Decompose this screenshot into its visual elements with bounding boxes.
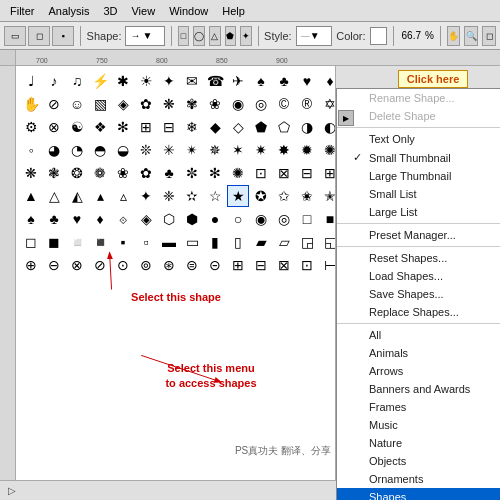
tb-btn3[interactable]: △ <box>209 26 220 46</box>
shape-cell[interactable]: ⚙ <box>20 116 42 138</box>
shape-cell[interactable]: ✿ <box>135 93 157 115</box>
shape-cell[interactable]: ⊠ <box>273 254 295 276</box>
shape-cell[interactable]: ◒ <box>112 139 134 161</box>
shape-cell[interactable]: ✾ <box>181 93 203 115</box>
shape-cell[interactable]: ✼ <box>181 162 203 184</box>
shape-cell[interactable]: ♠ <box>20 208 42 230</box>
shape-cell[interactable]: ◲ <box>296 231 318 253</box>
shape-cell[interactable]: ❀ <box>204 93 226 115</box>
shape-cell[interactable]: ◽ <box>66 231 88 253</box>
shape-cell[interactable]: ✭ <box>319 185 335 207</box>
shape-cell[interactable]: ✉ <box>181 70 203 92</box>
shape-cell[interactable]: ✪ <box>250 185 272 207</box>
shape-cell[interactable]: ⊘ <box>89 254 111 276</box>
shape-cell[interactable]: ○ <box>227 208 249 230</box>
shape-cell[interactable]: ✶ <box>227 139 249 161</box>
shape-cell[interactable]: ✱ <box>112 70 134 92</box>
shape-cell[interactable]: ✻ <box>204 162 226 184</box>
shape-cell[interactable]: ✫ <box>181 185 203 207</box>
menu-item[interactable]: Preset Manager... <box>337 226 500 244</box>
shape-cell[interactable]: ✻ <box>112 116 134 138</box>
shape-cell[interactable]: ◻ <box>20 231 42 253</box>
shape-cell[interactable]: ▮ <box>204 231 226 253</box>
shape-cell[interactable]: ⊢ <box>319 254 335 276</box>
menu-item[interactable]: ✓Small Thumbnail <box>337 148 500 167</box>
menu-item[interactable]: Replace Shapes... <box>337 303 500 321</box>
menu-item[interactable]: Reset Shapes... <box>337 249 500 267</box>
shape-cell[interactable]: ◇ <box>227 116 249 138</box>
shape-cell[interactable]: ⚡ <box>89 70 111 92</box>
menu-item[interactable]: Objects <box>337 452 500 470</box>
shape-cell[interactable]: ❀ <box>112 162 134 184</box>
shape-cell[interactable]: ✵ <box>204 139 226 161</box>
shape-cell[interactable]: ⬢ <box>181 208 203 230</box>
menu-help[interactable]: Help <box>216 3 251 19</box>
menu-item[interactable]: Arrows <box>337 362 500 380</box>
shape-cell[interactable]: ▪ <box>112 231 134 253</box>
menu-3d[interactable]: 3D <box>97 3 123 19</box>
shape-cell[interactable]: ▭ <box>181 231 203 253</box>
shape-cell[interactable]: ▯ <box>227 231 249 253</box>
shape-cell[interactable]: ☺ <box>66 93 88 115</box>
shape-cell[interactable]: ♣ <box>43 208 65 230</box>
shape-cell[interactable]: ⊝ <box>204 254 226 276</box>
shape-cell[interactable]: ♠ <box>250 70 272 92</box>
shape-cell[interactable]: ◓ <box>89 139 111 161</box>
menu-analysis[interactable]: Analysis <box>42 3 95 19</box>
shape-cell[interactable]: ❊ <box>135 139 157 161</box>
shape-cell[interactable]: ❁ <box>89 162 111 184</box>
shape-cell[interactable]: ◭ <box>66 185 88 207</box>
zoom-tool-btn[interactable]: 🔍 <box>464 26 478 46</box>
menu-item[interactable]: Shapes <box>337 488 500 500</box>
shape-cell[interactable]: ♦ <box>89 208 111 230</box>
tb-btn4[interactable]: ⬟ <box>225 26 236 46</box>
shape-cell[interactable]: ✦ <box>135 185 157 207</box>
menu-item[interactable]: Large Thumbnail <box>337 167 500 185</box>
shape-cell[interactable]: ⬠ <box>273 116 295 138</box>
shape-cell[interactable]: ◈ <box>135 208 157 230</box>
shape-cell[interactable]: ❂ <box>66 162 88 184</box>
shape-cell[interactable]: ◱ <box>319 231 335 253</box>
shape-cell[interactable]: ✷ <box>250 139 272 161</box>
pixel-mode-btn[interactable]: ▪ <box>52 26 74 46</box>
menu-item[interactable]: Load Shapes... <box>337 267 500 285</box>
shape-cell[interactable]: ◈ <box>112 93 134 115</box>
shape-cell[interactable]: ◉ <box>250 208 272 230</box>
shape-cell[interactable]: ⊞ <box>135 116 157 138</box>
shape-cell[interactable]: ✺ <box>227 162 249 184</box>
shape-cell[interactable]: ▵ <box>112 185 134 207</box>
shape-cell[interactable]: ◔ <box>66 139 88 161</box>
shape-cell[interactable]: ✈ <box>227 70 249 92</box>
shape-cell[interactable]: ☯ <box>66 116 88 138</box>
color-picker[interactable] <box>370 27 387 45</box>
shape-cell[interactable]: ❋ <box>20 162 42 184</box>
shape-cell[interactable]: ♣ <box>273 70 295 92</box>
shape-cell[interactable]: ▴ <box>89 185 111 207</box>
shape-cell[interactable]: ▬ <box>158 231 180 253</box>
menu-item[interactable]: Small List <box>337 185 500 203</box>
menu-item[interactable]: Animals <box>337 344 500 362</box>
menu-item[interactable]: Banners and Awards <box>337 380 500 398</box>
shape-cell[interactable]: ❄ <box>181 116 203 138</box>
menu-trigger-btn[interactable]: ▶ <box>338 110 354 126</box>
tb-btn5[interactable]: ✦ <box>240 26 251 46</box>
shape-cell[interactable]: ⊟ <box>158 116 180 138</box>
shape-cell[interactable]: ⊜ <box>181 254 203 276</box>
shape-cell[interactable]: ♫ <box>66 70 88 92</box>
menu-item[interactable]: Text Only <box>337 130 500 148</box>
shape-cell[interactable]: ◐ <box>319 116 335 138</box>
shape-cell[interactable]: ⊚ <box>135 254 157 276</box>
shape-cell[interactable]: ✸ <box>273 139 295 161</box>
tb-btn1[interactable]: □ <box>178 26 189 46</box>
shape-cell[interactable]: ■ <box>319 208 335 230</box>
shape-cell[interactable]: ❃ <box>43 162 65 184</box>
shape-cell[interactable]: ⊟ <box>296 162 318 184</box>
shape-cell[interactable]: ▧ <box>89 93 111 115</box>
extra-btn[interactable]: ◻ <box>482 26 496 46</box>
shape-cell[interactable]: ♩ <box>20 70 42 92</box>
shape-cell[interactable]: ⊕ <box>20 254 42 276</box>
menu-item[interactable]: Nature <box>337 434 500 452</box>
path-mode-btn[interactable]: ◻ <box>28 26 50 46</box>
shape-cell[interactable]: ● <box>204 208 226 230</box>
shape-cell[interactable]: © <box>273 93 295 115</box>
